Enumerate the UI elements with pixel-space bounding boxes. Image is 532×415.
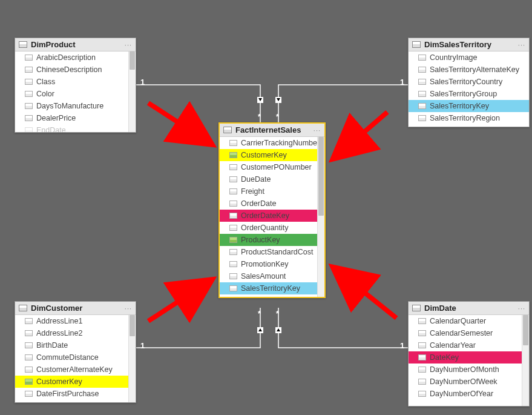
field-row[interactable]: PromotionKey: [220, 258, 324, 270]
field-row[interactable]: OrderQuantity: [220, 222, 324, 234]
field-row[interactable]: AddressLine2: [15, 327, 136, 339]
column-icon: [418, 391, 426, 397]
column-icon: [229, 188, 237, 194]
column-icon: [418, 379, 426, 385]
scrollbar[interactable]: [522, 315, 529, 406]
table-header[interactable]: DimCustomer ···: [15, 302, 136, 315]
table-menu-icon[interactable]: ···: [518, 41, 525, 48]
column-icon: [229, 261, 237, 267]
table-icon: [19, 305, 27, 311]
field-row[interactable]: CalendarQuarter: [409, 315, 529, 327]
cardinality-many: *: [258, 309, 261, 318]
scrollbar-thumb[interactable]: [130, 51, 135, 70]
field-row[interactable]: CustomerKey: [220, 149, 324, 161]
table-menu-icon[interactable]: ···: [125, 305, 132, 312]
field-row[interactable]: DealerPrice: [15, 112, 136, 124]
column-icon: [25, 379, 33, 385]
scrollbar[interactable]: [317, 137, 324, 297]
column-icon: [229, 225, 237, 231]
field-list: ArabicDescription ChineseDescription Cla…: [15, 51, 136, 132]
field-row[interactable]: EndDate: [15, 124, 136, 132]
table-icon: [412, 305, 421, 311]
field-row[interactable]: SalesTerritoryKey: [409, 100, 529, 112]
column-icon: [418, 342, 426, 348]
field-list: AddressLine1 AddressLine2 BirthDate Comm…: [15, 315, 136, 402]
table-menu-icon[interactable]: ···: [125, 41, 132, 48]
field-row[interactable]: SalesTerritoryAlternateKey: [409, 64, 529, 76]
field-row[interactable]: ChineseDescription: [15, 64, 136, 76]
column-icon: [25, 318, 33, 324]
field-row[interactable]: CountryImage: [409, 51, 529, 64]
field-list: CarrierTrackingNumber CustomerKey Custom…: [220, 137, 324, 297]
table-header[interactable]: FactInternetSales ···: [220, 124, 324, 137]
column-icon: [418, 91, 426, 97]
field-row[interactable]: OrderDate: [220, 198, 324, 210]
field-row[interactable]: Class: [15, 76, 136, 88]
column-icon: [25, 55, 33, 61]
field-row[interactable]: AddressLine1: [15, 315, 136, 327]
table-icon: [223, 127, 232, 133]
field-row[interactable]: CustomerKey: [15, 376, 136, 388]
field-row[interactable]: DateKey: [409, 351, 529, 364]
field-row[interactable]: DaysToManufacture: [15, 100, 136, 112]
field-row[interactable]: CalendarSemester: [409, 327, 529, 339]
field-row[interactable]: SalesTerritoryKey: [220, 282, 324, 294]
column-icon: [418, 367, 426, 373]
svg-line-3: [148, 282, 209, 321]
field-row[interactable]: SalesAmount: [220, 270, 324, 282]
field-row[interactable]: ArabicDescription: [15, 51, 136, 64]
cardinality-many: *: [276, 112, 279, 121]
table-dim-customer[interactable]: DimCustomer ··· AddressLine1 AddressLine…: [15, 301, 136, 403]
scrollbar[interactable]: [128, 51, 136, 132]
scrollbar-thumb[interactable]: [318, 137, 324, 216]
field-row[interactable]: BirthDate: [15, 339, 136, 351]
field-row[interactable]: Color: [15, 88, 136, 100]
field-row[interactable]: DayNumberOfMonth: [409, 364, 529, 376]
column-icon: [25, 79, 33, 85]
column-icon: [229, 237, 237, 243]
field-row[interactable]: DateFirstPurchase: [15, 388, 136, 400]
svg-line-2: [336, 112, 387, 156]
column-icon: [25, 330, 33, 336]
field-row[interactable]: SalesTerritoryGroup: [409, 88, 529, 100]
column-icon: [25, 391, 33, 397]
field-row[interactable]: OrderDateKey: [220, 210, 324, 222]
scrollbar-thumb[interactable]: [523, 315, 528, 345]
field-row[interactable]: CustomerPONumber: [220, 161, 324, 173]
column-icon: [229, 249, 237, 255]
table-title: DimDate: [424, 304, 518, 313]
field-row[interactable]: SalesTerritoryRegion: [409, 112, 529, 124]
scrollbar[interactable]: [128, 315, 136, 402]
scrollbar-thumb[interactable]: [130, 315, 135, 336]
column-icon: [229, 164, 237, 170]
field-row[interactable]: CalendarYear: [409, 339, 529, 351]
table-fact-internet-sales[interactable]: FactInternetSales ··· CarrierTrackingNum…: [218, 122, 326, 298]
field-row[interactable]: Freight: [220, 185, 324, 198]
field-row[interactable]: CustomerAlternateKey: [15, 364, 136, 376]
field-row[interactable]: SalesTerritoryCountry: [409, 76, 529, 88]
column-icon: [25, 67, 33, 73]
svg-line-1: [148, 103, 209, 142]
table-menu-icon[interactable]: ···: [518, 305, 525, 312]
table-dim-product[interactable]: DimProduct ··· ArabicDescription Chinese…: [15, 38, 136, 133]
table-header[interactable]: DimProduct ···: [15, 38, 136, 51]
column-icon: [229, 152, 237, 158]
field-row[interactable]: DayNumberOfYear: [409, 388, 529, 400]
field-row[interactable]: DayNumberOfWeek: [409, 376, 529, 388]
table-header[interactable]: DimSalesTerritory ···: [409, 38, 529, 51]
field-row[interactable]: CommuteDistance: [15, 351, 136, 364]
field-row[interactable]: ProductStandardCost: [220, 246, 324, 258]
field-row[interactable]: CarrierTrackingNumber: [220, 137, 324, 149]
column-icon: [229, 176, 237, 182]
filter-direction-icon: [257, 97, 263, 103]
table-header[interactable]: DimDate ···: [409, 302, 529, 315]
column-icon: [25, 354, 33, 360]
table-menu-icon[interactable]: ···: [314, 127, 321, 134]
field-row[interactable]: DueDate: [220, 173, 324, 185]
cardinality-many: *: [276, 309, 279, 318]
field-row[interactable]: ProductKey: [220, 234, 324, 246]
table-title: DimSalesTerritory: [424, 40, 518, 49]
table-dim-date[interactable]: DimDate ··· CalendarQuarter CalendarSeme…: [408, 301, 530, 407]
table-icon: [19, 41, 27, 48]
table-dim-sales-territory[interactable]: DimSalesTerritory ··· CountryImage Sales…: [408, 38, 530, 127]
